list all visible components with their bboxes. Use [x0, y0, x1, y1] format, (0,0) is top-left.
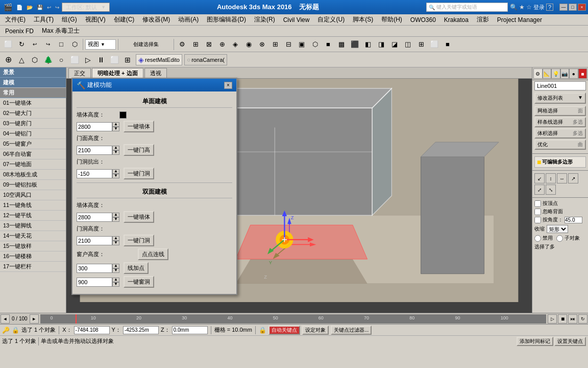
- tb2-btn-6[interactable]: ⬜: [68, 54, 81, 66]
- menu-render[interactable]: 渲染(R): [250, 14, 279, 25]
- tb-btn-11[interactable]: ⬡: [309, 38, 321, 51]
- sidebar-item-stairs[interactable]: 16一键楼梯: [0, 251, 66, 262]
- angle-checkbox[interactable]: [534, 217, 541, 223]
- menu-view[interactable]: 视图(V): [81, 14, 110, 25]
- menu-owo360[interactable]: OWO360: [406, 15, 440, 25]
- door-height-input[interactable]: [77, 146, 112, 155]
- tb2-btn-9[interactable]: ⬜: [108, 54, 120, 66]
- undo-toolbar-btn[interactable]: ↩: [29, 38, 41, 51]
- x-coord-input[interactable]: [74, 326, 110, 334]
- wall2-height-down[interactable]: ▼: [112, 217, 119, 222]
- tb-btn-18[interactable]: ◫: [402, 38, 414, 51]
- door2-height-input[interactable]: [77, 236, 112, 245]
- star-icon[interactable]: ★: [519, 4, 525, 11]
- link-btn[interactable]: □: [55, 38, 67, 51]
- disable-radio[interactable]: [534, 235, 541, 242]
- menu-help[interactable]: 帮助(H): [377, 14, 406, 25]
- select-btn[interactable]: ⬜: [2, 38, 14, 51]
- rp-nav-3[interactable]: ↔: [557, 173, 567, 183]
- rp-nav-2[interactable]: ↕: [546, 173, 556, 183]
- menu-graph-editor[interactable]: 图形编辑器(D): [203, 14, 250, 25]
- sidebar-item-foot-line[interactable]: 13一键脚线: [0, 221, 66, 231]
- menu-shadow[interactable]: 渲影: [473, 14, 493, 25]
- dialog-title-bar[interactable]: 🔨 建模功能 ×: [72, 79, 236, 91]
- rp-icon-4[interactable]: 📷: [560, 68, 570, 79]
- mesh-select-btn[interactable]: 网格选择 面: [534, 106, 586, 116]
- win-opening-btn[interactable]: 一键窗洞: [124, 276, 154, 288]
- tb-btn-10[interactable]: ▣: [296, 38, 308, 51]
- rp-icon-3[interactable]: 💡: [551, 68, 560, 79]
- sidebar-item-loft[interactable]: 15一键放样: [0, 241, 66, 251]
- angle-input[interactable]: [565, 217, 582, 223]
- door-offset-btn[interactable]: 一键门洞: [124, 168, 154, 179]
- tb-btn-8[interactable]: ⊞: [269, 38, 281, 51]
- sidebar-item-ac[interactable]: 10空调风口: [0, 190, 66, 200]
- tb-btn-5[interactable]: ◈: [229, 38, 241, 51]
- tl-prev-btn[interactable]: ◄: [1, 314, 10, 324]
- viewport-tab-shaded[interactable]: 明暗处理 + 边面: [92, 68, 143, 78]
- menu-customize[interactable]: 自定义(U): [313, 14, 349, 25]
- rp-icon-1[interactable]: ⚙: [533, 68, 543, 79]
- rp-nav-4[interactable]: ↗: [568, 173, 578, 183]
- menu-script[interactable]: 脚本(S): [349, 14, 377, 25]
- viewport[interactable]: 正交 明暗处理 + 边面 透视: [66, 67, 532, 313]
- door2-height-down[interactable]: ▼: [112, 241, 119, 245]
- tb-btn-12[interactable]: ■: [322, 38, 334, 51]
- undo-btn[interactable]: ↩: [45, 4, 53, 11]
- menu-create[interactable]: 创建(C): [110, 14, 139, 25]
- child-radio[interactable]: [556, 235, 563, 242]
- tb-btn-7[interactable]: ⊗: [256, 38, 268, 51]
- tb-btn-4[interactable]: ⊕: [216, 38, 228, 51]
- menu-tools[interactable]: 工具(T): [30, 14, 58, 25]
- dialog-close-button[interactable]: ×: [224, 82, 232, 89]
- shape-dropdown[interactable]: 矩形: [547, 225, 568, 233]
- menu-project-manager[interactable]: Project Manager: [493, 15, 546, 25]
- sidebar-item-ceiling[interactable]: 14一键天花: [0, 231, 66, 241]
- tb2-btn-3[interactable]: ⬡: [29, 54, 41, 66]
- sidebar-item-wall[interactable]: 01一键墙体: [0, 98, 66, 108]
- wall2-one-click-btn[interactable]: 一键墙体: [124, 211, 154, 223]
- poly-select-btn[interactable]: 样条线选择 多选: [534, 117, 586, 127]
- tb-btn-19[interactable]: ⊞: [415, 38, 427, 51]
- open-btn[interactable]: 📂: [25, 4, 34, 11]
- rp-nav-1[interactable]: ↙: [534, 173, 545, 183]
- sidebar-item-corner[interactable]: 11一键角线: [0, 200, 66, 211]
- object-name-field[interactable]: Line001: [534, 81, 586, 90]
- tb-btn-15[interactable]: ◧: [362, 38, 374, 51]
- viewport-tab-persp[interactable]: 透视: [144, 68, 167, 78]
- minimize-button[interactable]: —: [559, 4, 568, 11]
- tb2-btn-5[interactable]: ○: [55, 54, 67, 66]
- tb-btn-1[interactable]: ⚙: [176, 38, 188, 51]
- cam-tab[interactable]: ○ ronaCamera(: [184, 54, 227, 65]
- door2-opening-btn[interactable]: 一键门洞: [124, 235, 154, 246]
- menu-group[interactable]: 组(G): [58, 14, 81, 25]
- rp-nav-5[interactable]: ⤢: [534, 185, 545, 195]
- wall-one-click-btn[interactable]: 一键墙体: [124, 121, 154, 132]
- menu-animation[interactable]: 动画(A): [174, 14, 203, 25]
- sidebar-item-railing[interactable]: 17一键栏杆: [0, 262, 66, 272]
- sidebar-item-model[interactable]: 建模: [0, 78, 66, 88]
- win-height-down[interactable]: ▼: [112, 268, 119, 273]
- viewport-tab-ortho[interactable]: 正交: [68, 68, 91, 78]
- pin-checkbox[interactable]: [534, 200, 541, 207]
- tb-btn-9[interactable]: ⊟: [282, 38, 295, 51]
- modifier-polygon-item[interactable]: ■ 可编辑多边形: [534, 156, 586, 168]
- rp-icon-5[interactable]: ●: [569, 68, 578, 79]
- door-offset-input[interactable]: [77, 169, 112, 178]
- rotate-btn[interactable]: ↻: [15, 38, 28, 51]
- wall2-height-input[interactable]: [77, 213, 112, 222]
- tb-btn-17[interactable]: ◪: [388, 38, 401, 51]
- rp-nav-6[interactable]: ⤡: [546, 185, 556, 195]
- add-time-marker-btn[interactable]: 添加时间标记: [517, 337, 553, 346]
- tb-btn-14[interactable]: ⬛: [349, 38, 361, 51]
- sidebar-item-gate[interactable]: 02一键大门: [0, 108, 66, 119]
- tb2-btn-7[interactable]: ▷: [82, 54, 94, 66]
- volume-select-btn[interactable]: 体积选择 多选: [534, 128, 586, 139]
- sidebar-item-auto-window[interactable]: 06半自动窗: [0, 149, 66, 159]
- rp-icon-2[interactable]: 📐: [543, 68, 552, 79]
- tb2-btn-4[interactable]: 🌲: [42, 54, 54, 66]
- sidebar-group-common[interactable]: 常用: [0, 88, 66, 98]
- line-add-point-btn[interactable]: 线加点: [124, 262, 149, 274]
- sidebar-group-view[interactable]: 景景: [0, 67, 66, 78]
- tl-stop-btn[interactable]: ⏹: [558, 314, 567, 324]
